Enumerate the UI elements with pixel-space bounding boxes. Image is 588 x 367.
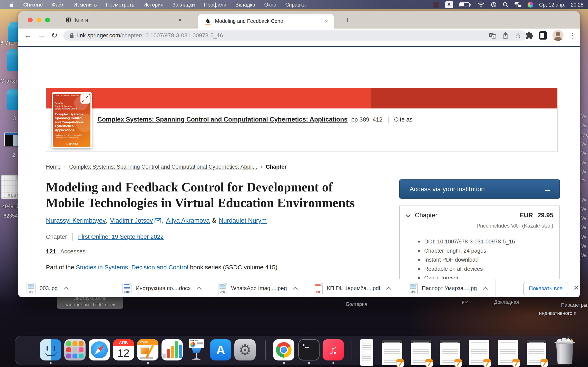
chevron-up-icon[interactable]: [386, 287, 391, 290]
forward-button[interactable]: →: [38, 31, 45, 40]
author-link[interactable]: Nurdaulet Nurym: [219, 217, 267, 224]
desktop-folder-label[interactable]: 6 Стол: [0, 40, 16, 46]
close-window-button[interactable]: [28, 17, 33, 22]
siri-icon[interactable]: [527, 2, 533, 8]
desktop-file-label[interactable]: 3: [0, 115, 16, 121]
dock-minimized-document[interactable]: [469, 340, 489, 365]
dock-minimized-document[interactable]: [527, 340, 546, 365]
email-icon[interactable]: [155, 218, 161, 223]
author-link[interactable]: Vladimir Jotsov: [110, 217, 153, 224]
download-item[interactable]: JPG Паспорт Умирза....jpg: [409, 279, 488, 297]
chevron-up-icon[interactable]: [63, 287, 69, 290]
dock-appstore-icon[interactable]: A: [210, 339, 231, 360]
desktop-file-label-params2[interactable]: индикативного п: [539, 310, 588, 316]
tab-close-icon[interactable]: ×: [178, 17, 182, 23]
book-title-link[interactable]: Complex Systems: Spanning Control and Co…: [97, 116, 347, 123]
menu-file[interactable]: Файл: [52, 2, 65, 8]
control-center-icon[interactable]: [514, 2, 522, 7]
breadcrumb-home[interactable]: Home: [46, 164, 61, 170]
book-banner-card: Studies in Systems, Decision and Control…: [46, 88, 558, 152]
dock-minimized-document[interactable]: [440, 340, 460, 365]
wifi-icon[interactable]: [477, 2, 485, 8]
download-item[interactable]: JPG 003.jpg: [26, 279, 69, 297]
dock-separator: [352, 341, 352, 360]
dock-minimized-document[interactable]: [382, 340, 402, 365]
show-all-downloads-button[interactable]: Показать все: [523, 282, 568, 295]
menu-window[interactable]: Окно: [264, 2, 276, 8]
dock-launchpad-icon[interactable]: [64, 339, 86, 360]
dock-keynote-icon[interactable]: KEYNOTE: [186, 339, 207, 360]
desktop-file-label-params1[interactable]: Параметры: [553, 302, 587, 308]
first-online-link[interactable]: First Online: 19 September 2022: [78, 234, 164, 240]
book-cover[interactable]: Studies in Systems, Decision and Control…: [52, 92, 92, 148]
chevron-up-icon[interactable]: [196, 287, 202, 290]
menu-help[interactable]: Справка: [285, 2, 305, 8]
breadcrumb-book[interactable]: Complex Systems: Spanning Control and Co…: [69, 164, 257, 170]
chevron-up-icon[interactable]: [293, 287, 298, 290]
download-item[interactable]: DOCX Инструкция по....docx: [122, 279, 202, 297]
address-bar[interactable]: link.springer.com/chapter/10.1007/978-3-…: [63, 30, 527, 41]
desktop-file-label-qaz[interactable]: qaz: [460, 299, 468, 305]
desktop-xlsx-file[interactable]: XLSX: [1, 175, 21, 199]
chrome-menu-icon[interactable]: ⋮: [569, 34, 576, 37]
time-machine-icon[interactable]: [491, 2, 497, 8]
download-item[interactable]: PDF КП ГФ Керимба....pdf: [314, 279, 391, 297]
zoom-window-button[interactable]: [45, 17, 50, 22]
dock-safari-icon[interactable]: [89, 339, 110, 360]
bullet-item: Chapter length: 24 pages: [418, 248, 539, 254]
series-link[interactable]: Studies in Systems, Decision and Control: [76, 264, 188, 271]
chevron-up-icon[interactable]: [483, 287, 488, 290]
menu-history[interactable]: История: [143, 2, 163, 8]
author-link[interactable]: Aliya Akramova: [166, 217, 210, 224]
new-tab-button[interactable]: +: [345, 15, 350, 25]
dock-pages-icon[interactable]: PAGES: [137, 339, 158, 360]
download-item[interactable]: JPG WhatsApp Imag....jpeg: [218, 279, 298, 297]
spotlight-icon[interactable]: [503, 2, 508, 8]
dock-finder-icon[interactable]: [40, 339, 61, 360]
apple-icon[interactable]: [9, 2, 14, 8]
share-icon[interactable]: [502, 32, 509, 39]
dock-terminal-icon[interactable]: >_: [298, 339, 320, 360]
menu-edit[interactable]: Изменить: [73, 2, 97, 8]
minimize-window-button[interactable]: [36, 17, 42, 22]
tab-close-icon[interactable]: ×: [325, 18, 328, 25]
dock-minimized-document[interactable]: [498, 340, 518, 365]
translate-icon[interactable]: Gx: [489, 32, 496, 39]
cite-as-link[interactable]: Cite as: [394, 116, 412, 123]
dock-chrome-icon[interactable]: [273, 339, 294, 360]
menu-bookmarks[interactable]: Закладки: [173, 2, 195, 8]
xlsx-label-line1[interactable]: 494917: [0, 203, 21, 209]
extensions-puzzle-icon[interactable]: [525, 31, 534, 40]
dock-numbers-icon[interactable]: [162, 339, 183, 360]
desktop-file-label-dokladnaya[interactable]: Докладная: [494, 299, 519, 305]
dock-minimized-document[interactable]: [411, 340, 431, 365]
dock-trash-icon[interactable]: [554, 339, 575, 364]
tab-active-springer[interactable]: ♞ Modeling and Feedback Contr ×: [198, 14, 334, 29]
side-panel-icon[interactable]: [539, 31, 547, 40]
desktop-file-label[interactable]: 2: [0, 152, 15, 158]
profile-avatar[interactable]: [553, 30, 563, 41]
dock-music-icon[interactable]: ♫: [323, 339, 344, 360]
reload-button[interactable]: ↻: [51, 31, 58, 40]
menu-tab[interactable]: Вкладка: [235, 2, 255, 8]
dock-calendar-icon[interactable]: АПР. 12: [113, 339, 134, 360]
access-institution-button[interactable]: Access via your institution →: [399, 179, 560, 199]
author-link[interactable]: Nurassyl Kerimbayev: [46, 217, 106, 224]
menu-clock[interactable]: Ср, 12 апр. 20:28: [539, 2, 584, 8]
tab-books[interactable]: Книги ×: [65, 11, 192, 29]
menu-view[interactable]: Посмотреть: [106, 2, 134, 8]
bookmark-star-icon[interactable]: ☆: [515, 31, 521, 40]
chevron-down-icon[interactable]: [406, 214, 411, 217]
battery-icon[interactable]: [459, 2, 471, 8]
menu-profiles[interactable]: Профили: [204, 2, 226, 8]
back-button[interactable]: ←: [24, 31, 32, 40]
dock-settings-icon[interactable]: ⚙: [234, 339, 256, 360]
dock-minimized-document[interactable]: [360, 339, 373, 366]
input-source-badge[interactable]: A: [445, 1, 453, 8]
menu-app-name[interactable]: Chrome: [23, 2, 43, 8]
expand-cover-button[interactable]: ↗ ↙: [80, 94, 90, 104]
xlsx-label-line2[interactable]: 62354: [0, 213, 21, 219]
close-downloads-bar-icon[interactable]: ×: [574, 283, 579, 293]
desktop-file-label-bolgaria[interactable]: Болгария: [346, 301, 367, 307]
desktop-folder-label[interactable]: Статья: [0, 78, 17, 84]
